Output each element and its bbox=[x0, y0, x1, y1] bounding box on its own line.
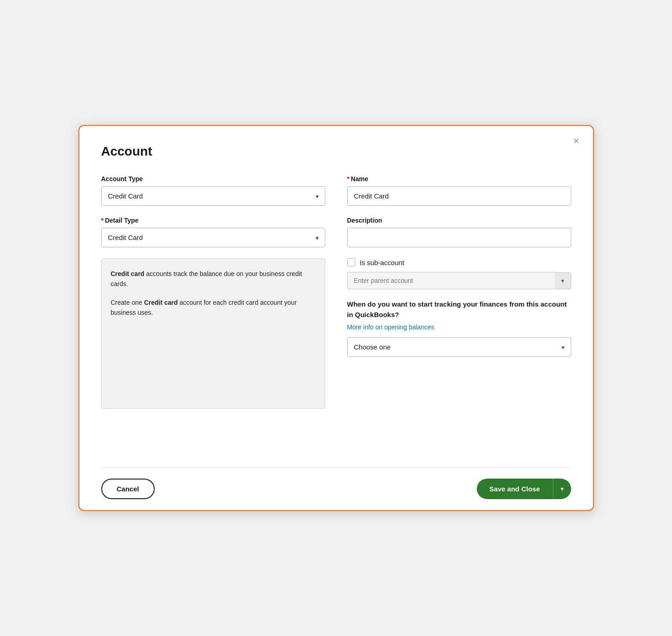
save-button-group: Save and Close ▾ bbox=[477, 479, 571, 499]
tracking-section: When do you want to start tracking your … bbox=[347, 299, 571, 357]
close-button[interactable]: × bbox=[570, 134, 583, 148]
account-modal: × Account Account Type Credit Card Bank … bbox=[78, 125, 594, 511]
detail-type-select-wrapper: Credit Card ▾ bbox=[101, 228, 325, 247]
account-type-select[interactable]: Credit Card Bank Other Current Asset Fix… bbox=[101, 186, 325, 206]
account-type-select-wrapper: Credit Card Bank Other Current Asset Fix… bbox=[101, 186, 325, 206]
account-type-group: Account Type Credit Card Bank Other Curr… bbox=[101, 175, 325, 206]
right-column: *Name Description Is sub-account ▾ bbox=[347, 175, 571, 449]
modal-footer: Cancel Save and Close ▾ bbox=[101, 467, 571, 510]
parent-account-row: ▾ bbox=[347, 272, 571, 289]
is-sub-account-checkbox[interactable] bbox=[347, 258, 355, 266]
detail-type-select[interactable]: Credit Card bbox=[101, 228, 325, 247]
description-group: Description bbox=[347, 217, 571, 247]
cancel-button[interactable]: Cancel bbox=[101, 479, 155, 499]
info-paragraph-1: Credit card accounts track the balance d… bbox=[111, 269, 316, 289]
is-sub-account-label[interactable]: Is sub-account bbox=[360, 259, 405, 266]
more-info-link[interactable]: More info on opening balances bbox=[347, 323, 571, 331]
tracking-question: When do you want to start tracking your … bbox=[347, 299, 571, 320]
info-box: Credit card accounts track the balance d… bbox=[101, 258, 325, 409]
is-sub-account-row: Is sub-account bbox=[347, 258, 571, 266]
name-required-star: * bbox=[347, 175, 349, 182]
tracking-date-select[interactable]: Choose one Today First day of this fisca… bbox=[347, 337, 571, 357]
parent-account-input[interactable] bbox=[347, 272, 555, 289]
name-label: *Name bbox=[347, 175, 571, 182]
name-input[interactable] bbox=[347, 186, 571, 206]
account-type-label: Account Type bbox=[101, 175, 325, 182]
choose-one-select-wrapper: Choose one Today First day of this fisca… bbox=[347, 337, 571, 357]
description-input[interactable] bbox=[347, 228, 571, 247]
detail-type-label: *Detail Type bbox=[101, 217, 325, 224]
parent-account-dropdown-button[interactable]: ▾ bbox=[555, 272, 571, 289]
spacer bbox=[347, 367, 571, 449]
save-and-close-button[interactable]: Save and Close bbox=[477, 479, 553, 499]
left-column: Account Type Credit Card Bank Other Curr… bbox=[101, 175, 325, 449]
save-dropdown-button[interactable]: ▾ bbox=[553, 479, 571, 499]
name-group: *Name bbox=[347, 175, 571, 206]
modal-title: Account bbox=[101, 144, 571, 159]
form-grid: Account Type Credit Card Bank Other Curr… bbox=[101, 175, 571, 449]
sub-account-section: Is sub-account ▾ bbox=[347, 258, 571, 289]
description-label: Description bbox=[347, 217, 571, 224]
detail-type-required-star: * bbox=[101, 217, 104, 224]
detail-type-group: *Detail Type Credit Card ▾ bbox=[101, 217, 325, 247]
save-dropdown-icon: ▾ bbox=[561, 485, 564, 492]
info-paragraph-2: Create one Credit card account for each … bbox=[111, 297, 316, 318]
